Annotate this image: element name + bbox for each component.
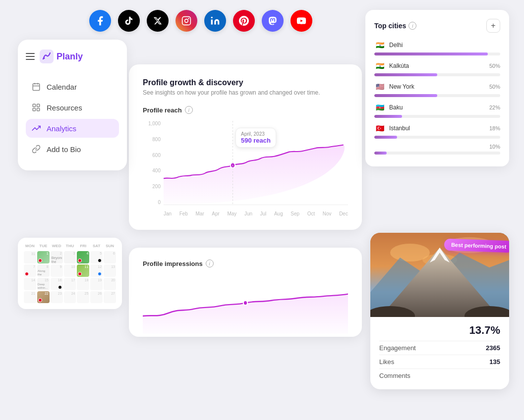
planly-logo-icon xyxy=(40,50,54,63)
sidebar-item-analytics[interactable]: Analytics xyxy=(26,119,119,138)
cal-cell[interactable]: 16 xyxy=(51,278,63,290)
cal-cell[interactable]: 21 xyxy=(24,291,36,304)
city-row-delhi: 🇮🇳 Delhi xyxy=(374,40,500,55)
menu-icon[interactable] xyxy=(26,53,35,60)
cal-cell[interactable]: 4 xyxy=(77,251,89,263)
analytics-card-subtitle: See insights on how your profile has gro… xyxy=(143,89,348,96)
cities-title: Top cities i xyxy=(374,22,416,30)
profile-reach-label: Profile reach i xyxy=(143,106,348,114)
city-row-baku: 🇦🇿 Baku 22% xyxy=(374,102,500,118)
cal-cell[interactable]: 23 xyxy=(51,291,63,304)
cal-cell[interactable]: 18 xyxy=(77,278,89,290)
pinterest-icon[interactable] xyxy=(233,10,255,32)
baku-flag: 🇦🇿 xyxy=(374,102,385,113)
cal-cell[interactable]: 5 xyxy=(90,251,103,263)
instagram-icon[interactable] xyxy=(175,10,197,32)
youtube-icon[interactable] xyxy=(291,10,312,32)
analytics-card: Profile growth & discovery See insights … xyxy=(129,64,362,230)
cal-cell[interactable]: 7 xyxy=(24,264,36,277)
calendar-card: MON TUE WED THU FRI SAT SUN 31 1 2 Beyon… xyxy=(18,238,122,309)
cal-cell[interactable]: 26 xyxy=(90,291,103,304)
baku-pct: 22% xyxy=(489,105,500,110)
cal-cell[interactable]: 24 xyxy=(64,291,76,304)
sidebar-item-bio[interactable]: Add to Bio xyxy=(26,140,119,158)
cal-cell[interactable]: 20 xyxy=(104,278,116,290)
mastodon-icon[interactable] xyxy=(262,10,284,32)
svg-rect-14 xyxy=(37,108,40,111)
analytics-icon xyxy=(32,124,41,133)
engagement-label: Engagement xyxy=(379,344,416,352)
svg-point-1 xyxy=(185,19,188,23)
city-row-newyork: 🇺🇸 New York 50% xyxy=(374,81,500,97)
logo-text: Planly xyxy=(57,52,83,62)
calendar-day-labels: MON TUE WED THU FRI SAT SUN xyxy=(24,244,116,248)
svg-rect-12 xyxy=(37,104,40,106)
svg-rect-7 xyxy=(33,84,40,91)
cal-cell[interactable]: 27 xyxy=(104,291,116,304)
tiktok-icon[interactable] xyxy=(118,10,140,32)
istanbul-flag: 🇹🇷 xyxy=(374,123,385,134)
cal-cell[interactable]: 1 xyxy=(37,251,50,263)
cal-cell[interactable]: 22 xyxy=(37,291,50,304)
cal-cell[interactable]: 25 xyxy=(77,291,89,304)
cal-cell[interactable]: 14 xyxy=(24,278,36,290)
profile-reach-info-icon[interactable]: i xyxy=(185,106,193,114)
cal-cell[interactable]: 3 xyxy=(64,251,76,263)
svg-rect-13 xyxy=(33,108,35,111)
kolkata-pct: 50% xyxy=(489,63,500,69)
tooltip-value: 590 reach xyxy=(241,137,271,144)
impressions-card: Profile impressions i xyxy=(129,248,362,337)
analytics-card-title: Profile growth & discovery xyxy=(143,78,348,87)
bio-icon xyxy=(32,145,41,154)
impressions-label: Profile impressions i xyxy=(143,260,348,267)
profile-reach-chart: 1,000 800 600 400 200 0 xyxy=(143,121,348,220)
stat-row-likes: Likes 135 xyxy=(379,355,500,368)
likes-value: 135 xyxy=(489,358,500,366)
resources-label: Resources xyxy=(47,104,82,112)
cal-cell[interactable]: 6 xyxy=(104,251,116,263)
istanbul-bar xyxy=(374,136,397,139)
stat-row-comments: Comments xyxy=(379,368,500,382)
cal-cell[interactable]: 15 Deep within... xyxy=(37,278,50,290)
best-post-badge: Best performing post xyxy=(444,239,509,253)
impressions-chart xyxy=(143,274,348,334)
facebook-icon[interactable] xyxy=(89,10,111,32)
impressions-svg xyxy=(143,274,348,334)
cal-cell[interactable]: 17 xyxy=(64,278,76,290)
svg-point-17 xyxy=(243,301,247,306)
cal-cell[interactable]: 13 xyxy=(104,264,116,277)
stat-row-engagement: Engagement 2365 xyxy=(379,341,500,355)
social-platforms-row xyxy=(89,10,312,32)
kolkata-bar xyxy=(374,73,437,76)
delhi-flag: 🇮🇳 xyxy=(374,40,385,51)
city-row-other: 10% xyxy=(374,144,500,155)
linkedin-icon[interactable] xyxy=(204,10,226,32)
best-post-image: Best performing post xyxy=(370,233,509,317)
city-row-kolkata: 🇮🇳 Kalkúta 50% xyxy=(374,60,500,76)
cal-cell[interactable]: 8 Along the shores... xyxy=(37,264,50,277)
sidebar-item-resources[interactable]: Resources xyxy=(26,98,119,117)
tooltip-date: April, 2023 xyxy=(241,131,271,137)
cal-cell[interactable]: 9 xyxy=(51,264,63,277)
cal-cell[interactable]: 31 xyxy=(24,251,36,263)
cities-info-icon[interactable]: i xyxy=(408,22,416,30)
twitter-x-icon[interactable] xyxy=(147,10,169,32)
other-pct: 10% xyxy=(489,144,500,150)
calendar-grid: 31 1 2 Beyond the realms... 3 4 5 6 7 xyxy=(24,251,116,303)
cal-cell[interactable]: 10 xyxy=(64,264,76,277)
add-city-button[interactable]: + xyxy=(486,19,500,33)
calendar-label: Calendar xyxy=(47,83,77,91)
cal-cell[interactable]: 2 Beyond the realms... xyxy=(51,251,63,263)
sidebar-item-calendar[interactable]: Calendar xyxy=(26,77,119,96)
cal-cell[interactable]: 11 xyxy=(77,264,89,277)
newyork-pct: 50% xyxy=(489,84,500,90)
baku-name: Baku xyxy=(389,104,403,111)
engagement-percentage: 13.7% xyxy=(379,324,500,337)
newyork-flag: 🇺🇸 xyxy=(374,81,385,92)
cities-header: Top cities i + xyxy=(374,19,500,33)
x-axis: Jan Feb Mar Apr May Jun Jul Aug Sep Oct … xyxy=(164,207,348,220)
cal-cell[interactable]: 12 xyxy=(90,264,103,277)
impressions-info-icon[interactable]: i xyxy=(206,260,214,267)
cal-cell[interactable]: 19 xyxy=(90,278,103,290)
delhi-bar xyxy=(374,52,488,55)
